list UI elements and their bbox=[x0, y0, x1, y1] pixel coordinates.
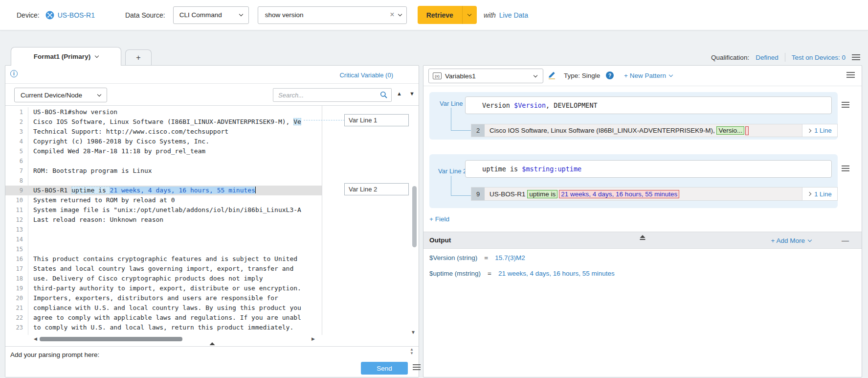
editor-line[interactable]: 19third-party authority to import, expor… bbox=[5, 284, 322, 293]
var-line-1-menu-icon[interactable] bbox=[842, 102, 849, 108]
tab-format1-primary[interactable]: Format1 (Primary) bbox=[11, 47, 121, 66]
line-count-label: 1 Line bbox=[814, 190, 831, 198]
line-text: Last reload reason: Unknown reason bbox=[28, 215, 163, 225]
data-source-select[interactable]: CLI Command bbox=[173, 6, 249, 24]
variables-select[interactable]: (x) Variables1 bbox=[428, 69, 543, 83]
parsing-prompt-area: Add your parsing prompt here: ▲▼ Send bbox=[5, 346, 419, 377]
menu-icon[interactable] bbox=[852, 54, 860, 60]
command-value: show version bbox=[265, 11, 390, 19]
device-name-link[interactable]: US-BOS-R1 bbox=[58, 11, 95, 19]
critical-variable-link[interactable]: Critical Variable (0) bbox=[339, 71, 393, 79]
editor-line[interactable]: 4Copyright (c) 1986-2018 by Cisco System… bbox=[5, 137, 322, 146]
search-prev-button[interactable]: ▲ bbox=[397, 91, 402, 96]
line-text: Copyright (c) 1986-2018 by Cisco Systems… bbox=[28, 137, 209, 146]
line-text bbox=[28, 244, 33, 254]
search-next-button[interactable]: ▼ bbox=[409, 91, 415, 96]
editor-line[interactable]: 16This product contains cryptographic fe… bbox=[5, 254, 322, 264]
live-data-link[interactable]: Live Data bbox=[499, 11, 528, 19]
add-format-tab-button[interactable]: + bbox=[125, 49, 152, 66]
editor-line[interactable]: 24 bbox=[5, 332, 322, 335]
varline2-label-box[interactable]: Var Line 2 bbox=[344, 183, 409, 195]
retrieve-button[interactable]: Retrieve bbox=[418, 6, 462, 24]
chevron-right-icon bbox=[807, 128, 811, 132]
prompt-placeholder[interactable]: Add your parsing prompt here: bbox=[10, 351, 99, 358]
scroll-left-icon[interactable]: ◀ bbox=[34, 336, 37, 341]
chevron-right-icon bbox=[807, 192, 811, 196]
info-icon[interactable]: i bbox=[10, 70, 18, 77]
device-node-select[interactable]: Current Device/Node bbox=[14, 88, 107, 102]
editor-line[interactable]: 7ROM: Bootstrap program is Linux bbox=[5, 166, 322, 176]
editor-line[interactable]: 21compliance with U.S. and local country… bbox=[5, 303, 322, 313]
editor-line[interactable]: 13 bbox=[5, 225, 322, 235]
command-combobox[interactable]: show version × bbox=[258, 6, 407, 24]
match-green-chip: uptime is bbox=[527, 190, 557, 198]
line-text: US-BOS-R1 uptime is 21 weeks, 4 days, 16… bbox=[28, 186, 256, 195]
variables-header: (x) Variables1 Type: Single ? + New Patt… bbox=[423, 66, 862, 86]
editor-line[interactable]: 20Importers, exporters, distributors and… bbox=[5, 293, 322, 303]
var-line-1-match-row[interactable]: 2 Cisco IOS Software, Linux Software (I8… bbox=[471, 124, 838, 137]
add-more-link[interactable]: + Add More bbox=[771, 237, 811, 244]
editor-line[interactable]: 12Last reload reason: Unknown reason bbox=[5, 215, 322, 225]
editor-line[interactable]: 1US-BOS-R1#show version bbox=[5, 107, 322, 117]
add-field-link[interactable]: + Field bbox=[429, 215, 449, 223]
scroll-right-icon[interactable]: ▶ bbox=[312, 336, 315, 341]
search-icon[interactable] bbox=[380, 91, 388, 99]
editor-line[interactable]: 8 bbox=[5, 176, 322, 186]
text-cursor bbox=[255, 187, 256, 193]
match-line-count-link[interactable]: 1 Line bbox=[802, 124, 837, 137]
editor-line[interactable]: 18use. Delivery of Cisco cryptographic p… bbox=[5, 274, 322, 284]
test-on-devices-link[interactable]: Test on Devices: 0 bbox=[792, 54, 846, 61]
editor-line[interactable]: 11System image file is "unix:/opt/unetla… bbox=[5, 205, 322, 215]
chevron-down-icon bbox=[95, 54, 99, 58]
editor-line[interactable]: 15 bbox=[5, 244, 322, 254]
editor-line[interactable]: 6 bbox=[5, 156, 322, 166]
send-button[interactable]: Send bbox=[361, 362, 408, 375]
connector-line bbox=[451, 195, 471, 196]
chevron-down-icon[interactable] bbox=[398, 12, 401, 16]
horizontal-scrollbar-thumb[interactable] bbox=[40, 337, 182, 341]
editor-line[interactable]: 10System returned to ROM by reload at 0 bbox=[5, 195, 322, 205]
variables-menu-icon[interactable] bbox=[846, 72, 855, 78]
var-line-2-menu-icon[interactable] bbox=[842, 165, 849, 171]
chevron-down-icon bbox=[808, 238, 812, 242]
editor-line[interactable]: 17States and local country laws governin… bbox=[5, 264, 322, 274]
var-line-2-pattern-input[interactable]: uptime is $mstring:uptime bbox=[465, 160, 832, 178]
var-line-2-match-row[interactable]: 9 US-BOS-R1 uptime is21 weeks, 4 days, 1… bbox=[471, 187, 838, 201]
retrieve-dropdown-button[interactable] bbox=[462, 6, 477, 24]
editor-line[interactable]: 14 bbox=[5, 235, 322, 244]
scroll-down-icon[interactable]: ▼ bbox=[411, 330, 416, 335]
minimize-icon[interactable]: — bbox=[842, 236, 849, 244]
editor-line[interactable]: 23to comply with U.S. and local laws, re… bbox=[5, 323, 322, 332]
editor-line[interactable]: 5Compiled Wed 28-Mar-18 11:18 by prod_re… bbox=[5, 146, 322, 156]
varline1-label-box[interactable]: Var Line 1 bbox=[344, 114, 409, 126]
edit-pencil-icon[interactable] bbox=[548, 71, 556, 79]
line-text: use. Delivery of Cisco cryptographic pro… bbox=[28, 274, 263, 284]
resize-stepper[interactable]: ▲▼ bbox=[410, 348, 414, 355]
new-pattern-link[interactable]: + New Pattern bbox=[624, 72, 672, 79]
help-icon[interactable]: ? bbox=[606, 71, 614, 79]
retrieve-split-button[interactable]: Retrieve bbox=[418, 6, 477, 24]
line-text: compliance with U.S. and local country l… bbox=[28, 303, 301, 313]
match-green-chip: Versio... bbox=[716, 126, 744, 135]
editor-line[interactable]: 2Cisco IOS Software, Linux Software (I86… bbox=[5, 117, 322, 127]
line-number: 9 bbox=[5, 186, 28, 195]
match-line-count-link[interactable]: 1 Line bbox=[802, 188, 837, 200]
vertical-scrollbar-thumb[interactable] bbox=[412, 186, 417, 247]
chevron-down-icon bbox=[97, 92, 101, 96]
equals-sign: = bbox=[484, 254, 488, 261]
output-variable-name: $uptime (mstring) bbox=[429, 270, 481, 277]
clear-icon[interactable]: × bbox=[390, 10, 398, 20]
editor-line[interactable]: 9US-BOS-R1 uptime is 21 weeks, 4 days, 1… bbox=[5, 186, 322, 195]
tab-label: Format1 (Primary) bbox=[34, 53, 90, 60]
prompt-menu-icon[interactable] bbox=[413, 364, 421, 370]
line-text: to comply with U.S. and local laws, retu… bbox=[28, 323, 293, 332]
search-input[interactable] bbox=[273, 92, 380, 99]
editor-line[interactable]: 22agree to comply with applicable laws a… bbox=[5, 313, 322, 323]
var-line-1-pattern-input[interactable]: Version $Version, DEVELOPMENT bbox=[465, 96, 832, 114]
qualification-defined-link[interactable]: Defined bbox=[756, 54, 779, 61]
editor-line[interactable]: 3Technical Support: http://www.cisco.com… bbox=[5, 127, 322, 137]
chevron-down-icon bbox=[534, 73, 537, 77]
equals-sign: = bbox=[488, 270, 491, 277]
collapse-output-icon[interactable] bbox=[640, 234, 646, 242]
variables-panel: (x) Variables1 Type: Single ? + New Patt… bbox=[423, 65, 862, 378]
